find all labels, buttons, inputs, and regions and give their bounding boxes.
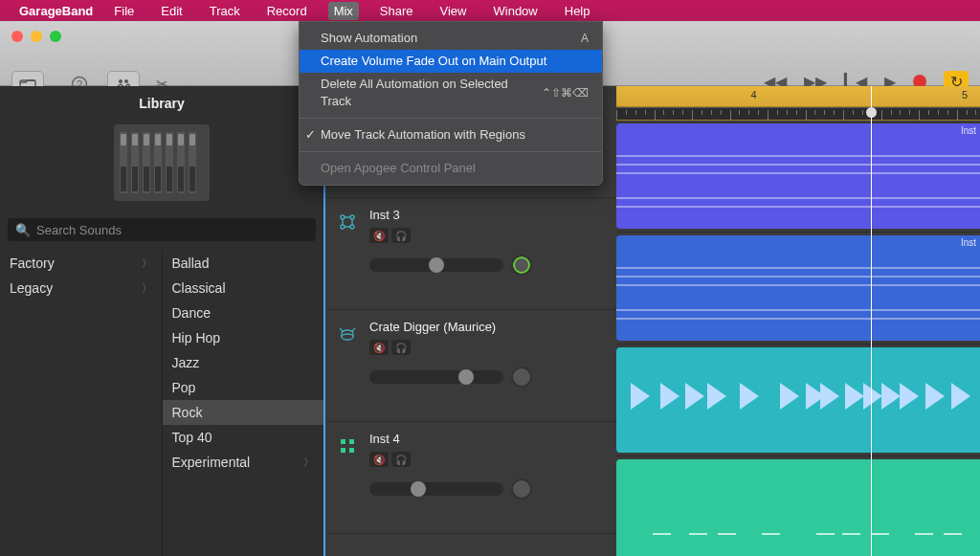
app-name[interactable]: GarageBand: [19, 4, 93, 18]
library-item[interactable]: Hip Hop: [163, 325, 324, 350]
library-item-legacy[interactable]: Legacy〉: [0, 276, 162, 300]
menu-file[interactable]: File: [108, 2, 140, 20]
menu-item-label: Create Volume Fade Out on Main Output: [321, 53, 546, 70]
checkmark-icon: ✓: [305, 126, 316, 144]
library-col-1: Factory〉 Legacy〉: [0, 251, 163, 556]
menu-shortcut: ⌃⇧⌘⌫: [542, 84, 589, 101]
track-lane[interactable]: Inst: [616, 121, 980, 233]
mix-menu-dropdown: Show AutomationACreate Volume Fade Out o…: [299, 21, 603, 186]
region[interactable]: [616, 347, 980, 453]
library-item-factory[interactable]: Factory〉: [0, 251, 162, 276]
system-menubar: GarageBand File Edit Track Record Mix Sh…: [0, 0, 980, 21]
menu-share[interactable]: Share: [374, 2, 419, 20]
traffic-lights: [11, 31, 61, 42]
svg-rect-11: [349, 439, 354, 444]
search-sounds-field[interactable]: 🔍 Search Sounds: [8, 218, 316, 241]
menu-edit[interactable]: Edit: [155, 2, 188, 20]
ruler-number: 5: [962, 89, 968, 100]
solo-button[interactable]: 🎧: [391, 228, 411, 243]
library-browser: Factory〉 Legacy〉 Ballad Classical Dance …: [0, 251, 323, 556]
menu-item[interactable]: Delete All Automation on Selected Track⌃…: [300, 73, 602, 113]
ruler-ticks[interactable]: [616, 107, 980, 121]
ruler-number: 4: [751, 89, 757, 100]
solo-button[interactable]: 🎧: [391, 452, 411, 467]
window-close-button[interactable]: [11, 31, 23, 42]
region-label: Inst: [961, 237, 976, 248]
playhead[interactable]: [871, 86, 872, 556]
svg-rect-12: [341, 448, 345, 453]
pan-knob[interactable]: [511, 367, 532, 388]
menu-item[interactable]: Create Volume Fade Out on Main Output: [300, 50, 602, 73]
library-item[interactable]: Classical: [163, 276, 324, 300]
menu-item-label: Move Track Automation with Regions: [321, 126, 525, 144]
chevron-right-icon: 〉: [142, 281, 152, 296]
menu-window[interactable]: Window: [488, 2, 544, 20]
menu-item-label: Open Apogee Control Panel: [321, 160, 476, 177]
region[interactable]: Inst: [616, 235, 980, 341]
menu-record[interactable]: Record: [261, 2, 313, 20]
chevron-right-icon: 〉: [303, 456, 314, 470]
library-item[interactable]: Ballad: [163, 251, 324, 276]
track-name: Inst 3: [369, 208, 605, 222]
library-item[interactable]: Rock: [163, 400, 324, 425]
library-panel: Library 🔍 Search Sounds Factory〉 Legacy〉…: [0, 86, 323, 556]
search-icon: 🔍: [15, 223, 31, 237]
library-item[interactable]: Dance: [163, 300, 324, 325]
mute-button[interactable]: 🔇: [369, 340, 389, 355]
track-header[interactable]: Crate Digger (Maurice)🔇🎧: [325, 310, 616, 422]
menu-item: Open Apogee Control Panel: [300, 157, 602, 180]
volume-slider[interactable]: [369, 370, 503, 384]
menu-view[interactable]: View: [434, 2, 473, 20]
svg-rect-10: [341, 439, 345, 444]
window-minimize-button[interactable]: [31, 31, 42, 42]
volume-slider[interactable]: [369, 258, 503, 272]
track-icon: [333, 432, 362, 460]
library-col-2: Ballad Classical Dance Hip Hop Jazz Pop …: [163, 251, 324, 556]
chevron-right-icon: 〉: [142, 256, 152, 271]
track-header[interactable]: Inst 4🔇🎧: [325, 422, 616, 534]
svg-rect-13: [349, 448, 354, 453]
menu-track[interactable]: Track: [204, 2, 246, 20]
track-icon: [333, 320, 362, 348]
track-lane[interactable]: [616, 456, 980, 556]
menu-mix[interactable]: Mix: [328, 2, 359, 20]
volume-slider[interactable]: [369, 482, 503, 496]
track-name: Inst 4: [369, 432, 605, 446]
svg-point-3: [119, 79, 122, 83]
library-item[interactable]: Top 40: [163, 425, 324, 450]
track-header[interactable]: Inst 3🔇🎧: [325, 198, 616, 310]
svg-point-4: [124, 79, 128, 83]
pan-knob[interactable]: [511, 478, 532, 500]
svg-point-7: [341, 225, 345, 229]
track-lane[interactable]: [616, 345, 980, 456]
solo-button[interactable]: 🎧: [391, 340, 411, 355]
menu-shortcut: A: [581, 30, 589, 47]
mute-button[interactable]: 🔇: [369, 228, 389, 243]
menu-item-label: Delete All Automation on Selected Track: [321, 76, 542, 110]
pan-knob[interactable]: [511, 255, 532, 276]
svg-point-6: [350, 215, 354, 219]
menu-item-label: Show Automation: [321, 30, 417, 47]
library-item[interactable]: Experimental〉: [163, 450, 324, 475]
library-title: Library: [0, 86, 323, 121]
library-item[interactable]: Pop: [163, 375, 324, 400]
menu-item[interactable]: ✓Move Track Automation with Regions: [300, 123, 602, 146]
svg-point-5: [341, 215, 345, 219]
track-name: Crate Digger (Maurice): [369, 320, 605, 334]
track-icon: [333, 208, 362, 236]
timeline[interactable]: 4 5 InstInst: [616, 86, 980, 556]
library-item[interactable]: Jazz: [163, 350, 324, 375]
svg-point-9: [342, 334, 353, 340]
mute-button[interactable]: 🔇: [369, 452, 389, 467]
svg-point-8: [350, 225, 354, 229]
menu-help[interactable]: Help: [559, 2, 596, 20]
region[interactable]: Inst: [616, 123, 980, 229]
library-patch-thumbnail[interactable]: [114, 124, 210, 201]
region-label: Inst: [961, 125, 976, 136]
ruler[interactable]: 4 5: [616, 86, 980, 107]
menu-item[interactable]: Show AutomationA: [300, 27, 602, 50]
search-placeholder: Search Sounds: [36, 223, 122, 237]
region[interactable]: [616, 459, 980, 556]
window-zoom-button[interactable]: [50, 31, 61, 42]
track-lane[interactable]: Inst: [616, 233, 980, 345]
